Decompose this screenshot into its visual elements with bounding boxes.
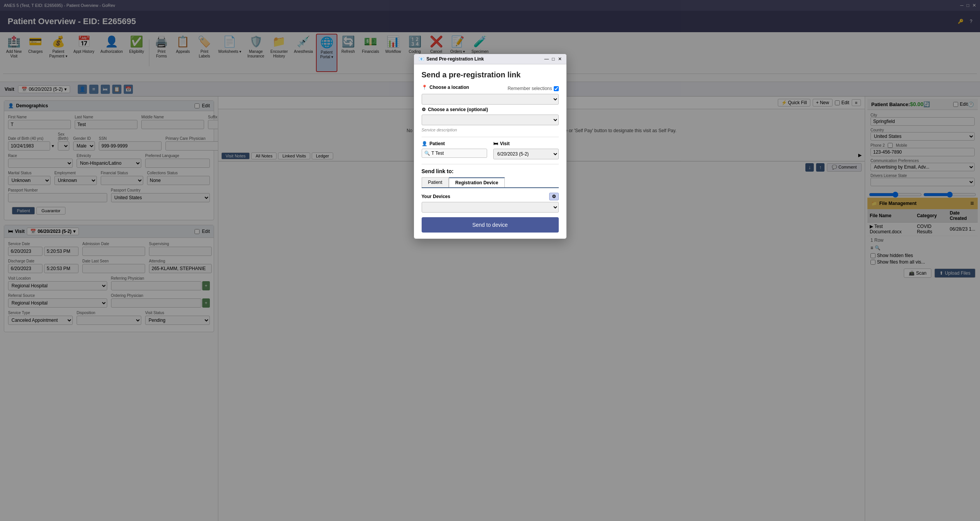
patient-modal-tab[interactable]: Patient: [422, 177, 449, 187]
service-icon: ⚙: [422, 107, 426, 112]
remember-selections-checkbox[interactable]: [554, 86, 559, 91]
visit-bed-icon: 🛏: [493, 141, 498, 146]
send-to-device-button[interactable]: Send to device: [422, 217, 559, 233]
modal-title: 📧 Send Pre-registration Link: [419, 56, 484, 62]
devices-label-row: Your Devices ⚙: [422, 193, 559, 200]
modal-title-bar: 📧 Send Pre-registration Link — □ ✕: [414, 54, 566, 64]
visit-select[interactable]: 6/20/2023 (5-2): [493, 149, 559, 159]
send-link-label: Send link to:: [422, 168, 559, 174]
patient-value: T Test: [432, 151, 444, 156]
modal-close-icon[interactable]: ✕: [558, 56, 562, 62]
service-description: Service description: [422, 128, 559, 132]
modal-minimize-icon[interactable]: —: [544, 56, 549, 62]
patient-field: 👤 Patient 🔍 T Test: [422, 141, 487, 159]
remember-label: Remember selections: [507, 86, 552, 91]
send-preregistration-modal: 📧 Send Pre-registration Link — □ ✕ Send …: [414, 54, 567, 239]
modal-divider: [422, 137, 559, 137]
modal-maximize-icon[interactable]: □: [552, 56, 555, 62]
modal-win-controls: — □ ✕: [544, 56, 561, 62]
registration-device-tab[interactable]: Registration Device: [449, 177, 505, 187]
devices-select[interactable]: [422, 202, 559, 213]
search-icon: 🔍: [424, 151, 430, 156]
modal-body: Send a pre-registration link 📍 Choose a …: [414, 64, 566, 239]
modal-heading: Send a pre-registration link: [422, 70, 559, 79]
service-section-label: ⚙ Choose a service (optional): [422, 107, 559, 112]
visit-field: 🛏 Visit 6/20/2023 (5-2): [493, 141, 559, 159]
location-select[interactable]: [422, 94, 559, 105]
location-icon: 📍: [422, 85, 427, 90]
patient-value-box: 🔍 T Test: [422, 149, 487, 158]
patient-person-icon: 👤: [422, 141, 427, 146]
location-header-row: 📍 Choose a location Remember selections: [422, 85, 559, 92]
devices-settings-icon[interactable]: ⚙: [549, 193, 559, 200]
patient-visit-row: 👤 Patient 🔍 T Test 🛏 Visit 6/20/2023 (5-…: [422, 141, 559, 159]
modal-tabs: Patient Registration Device: [422, 177, 559, 188]
location-section-label: 📍 Choose a location: [422, 85, 469, 90]
service-select[interactable]: [422, 115, 559, 125]
visit-modal-label: 🛏 Visit: [493, 141, 559, 146]
patient-label: 👤 Patient: [422, 141, 487, 146]
remember-selections-row: Remember selections: [507, 86, 558, 91]
modal-divider2: [422, 164, 559, 164]
send-link-icon: 📧: [419, 56, 424, 62]
modal-overlay: 📧 Send Pre-registration Link — □ ✕ Send …: [0, 0, 980, 521]
